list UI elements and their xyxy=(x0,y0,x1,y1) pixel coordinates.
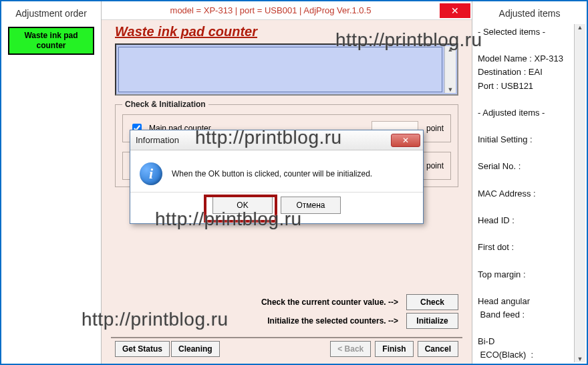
adjusted-items-panel: Adjusted items - Selected items - Model … xyxy=(472,1,587,364)
adjusted-items-scrollbar[interactable]: ▲ ▼ xyxy=(574,24,585,362)
confirmation-dialog: Information ✕ i When the OK button is cl… xyxy=(130,130,424,224)
adjustment-order-title: Adjustment order xyxy=(1,1,101,24)
log-listbox-content xyxy=(118,47,442,92)
finish-button[interactable]: Finish xyxy=(375,341,413,357)
cancel-button[interactable]: Cancel xyxy=(418,341,458,357)
initialize-text: Initialize the selected counters. --> xyxy=(267,316,398,326)
main-pad-unit: point xyxy=(424,124,444,133)
dialog-cancel-button[interactable]: Отмена xyxy=(281,197,341,214)
scroll-down-icon[interactable]: ▼ xyxy=(448,86,454,93)
window-title: model = XP-313 | port = USB001 | AdjProg… xyxy=(102,5,440,15)
check-button[interactable]: Check xyxy=(406,294,458,310)
back-button: < Back xyxy=(330,341,371,357)
check-initialization-legend: Check & Initialization xyxy=(122,100,208,109)
footer-bar: Get Status Cleaning < Back Finish Cancel xyxy=(110,341,464,358)
info-icon: i xyxy=(140,162,162,185)
dialog-ok-button[interactable]: OK xyxy=(212,197,273,214)
waste-ink-pad-counter-button[interactable]: Waste ink padcounter xyxy=(8,27,94,55)
adjusted-items-content: - Selected items - Model Name : XP-313 D… xyxy=(474,24,574,362)
check-text: Check the current counter value. --> xyxy=(261,297,398,307)
dialog-title-bar: Information ✕ xyxy=(130,130,423,150)
adjusted-items-title: Adjusted items xyxy=(472,1,587,24)
close-button[interactable]: ✕ xyxy=(440,3,470,18)
dialog-title: Information xyxy=(136,135,391,145)
adjustment-order-panel: Adjustment order Waste ink padcounter xyxy=(1,1,102,364)
initialize-button[interactable]: Initialize xyxy=(406,313,458,329)
get-status-button[interactable]: Get Status xyxy=(115,341,170,357)
dialog-message: When the OK button is clicked, counter w… xyxy=(172,169,372,178)
cleaning-button[interactable]: Cleaning xyxy=(171,341,220,357)
scroll-down-icon[interactable]: ▼ xyxy=(577,356,583,362)
log-listbox[interactable]: ▲ ▼ xyxy=(115,43,458,96)
page-title: Waste ink pad counter xyxy=(115,24,458,39)
title-bar: model = XP-313 | port = USB001 | AdjProg… xyxy=(102,1,472,20)
adjusted-items-list[interactable]: - Selected items - Model Name : XP-313 D… xyxy=(474,24,585,362)
log-listbox-scrollbar[interactable]: ▲ ▼ xyxy=(444,46,456,93)
platen-pad-unit: point xyxy=(424,161,444,170)
dialog-close-button[interactable]: ✕ xyxy=(391,134,420,147)
scroll-up-icon[interactable]: ▲ xyxy=(577,24,583,31)
scroll-up-icon[interactable]: ▲ xyxy=(448,46,454,53)
